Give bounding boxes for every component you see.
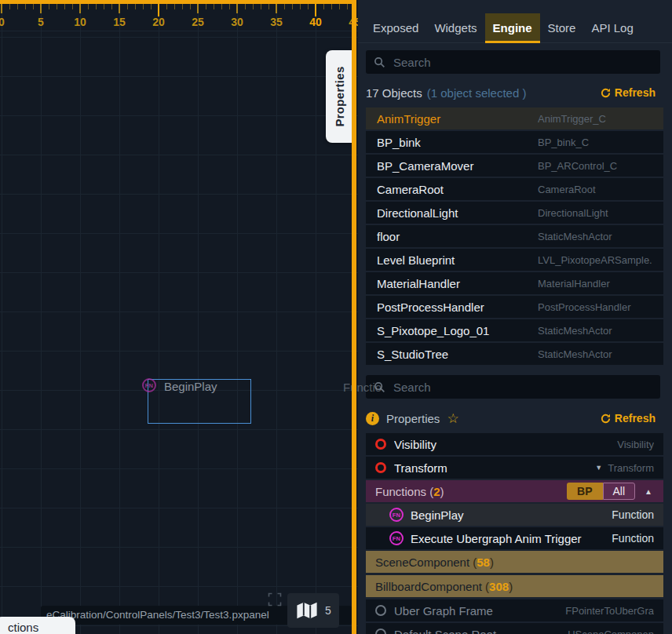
canvas-border-top xyxy=(0,0,356,4)
object-name: CameraRoot xyxy=(377,183,538,196)
function-type: Function xyxy=(612,508,654,521)
panel-path-text: eCalibration/ControlPanels/Test3/Test3.p… xyxy=(46,609,269,621)
red-ring-icon xyxy=(375,462,386,473)
ruler-number: 10 xyxy=(74,16,86,28)
map-icon xyxy=(295,601,319,620)
object-row[interactable]: S_Pixotope_Logo_01 StaticMeshActor xyxy=(366,319,663,341)
objects-search[interactable] xyxy=(366,50,660,74)
object-row[interactable]: AnimTrigger AnimTrigger_C xyxy=(366,107,663,129)
property-row[interactable]: Default Scene Root USceneComponen xyxy=(366,623,663,634)
object-type: BP_ARControl_C xyxy=(538,160,652,172)
graph-canvas[interactable]: 051015202530354045 Properties FN BeginPl… xyxy=(0,0,358,634)
refresh-icon xyxy=(601,414,611,424)
properties-search-input[interactable] xyxy=(392,380,652,395)
object-row[interactable]: PostProcessHandler PostProcessHandler xyxy=(366,296,663,318)
objects-search-input[interactable] xyxy=(392,55,652,70)
objects-selected-label: (1 object selected ) xyxy=(427,86,527,100)
canvas-grid xyxy=(0,0,358,634)
function-name: BeginPlay xyxy=(411,508,612,522)
refresh-icon xyxy=(601,88,611,98)
object-row[interactable]: BP_bink BP_bink_C xyxy=(366,131,663,153)
right-panel: ExposedWidgetsEngineStoreAPI Log 17 Obje… xyxy=(358,0,672,634)
properties-list: Visibility Visibility Transform ▼Transfo… xyxy=(366,433,663,634)
ruler-tick xyxy=(1,4,2,13)
property-type: FPointerToUberGra xyxy=(565,605,654,617)
object-name: Level Blueprint xyxy=(377,253,538,267)
collapse-icon[interactable]: ▲ xyxy=(645,487,652,496)
refresh-objects-button[interactable]: Refresh xyxy=(596,86,660,100)
ruler-number: 20 xyxy=(152,16,165,28)
beginplay-node-title[interactable]: BeginPlay xyxy=(164,380,217,393)
object-row[interactable]: BP_CameraMover BP_ARControl_C xyxy=(366,155,663,177)
function-row[interactable]: FN BeginPlay Function xyxy=(366,504,663,526)
ruler-tick xyxy=(197,4,199,13)
object-name: S_Pixotope_Logo_01 xyxy=(377,324,538,337)
gray-ring-icon xyxy=(375,629,386,634)
property-name: Visibility xyxy=(394,438,617,451)
minimap-button[interactable]: 5 xyxy=(287,593,339,628)
favorite-star-icon[interactable]: ☆ xyxy=(447,412,458,425)
functions-corner-tab-label: ctions xyxy=(8,621,38,634)
component-group-header[interactable]: SceneComponent (58) xyxy=(366,551,663,573)
panel-tabbar: ExposedWidgetsEngineStoreAPI Log xyxy=(358,0,672,43)
objects-list: AnimTrigger AnimTrigger_C BP_bink BP_bin… xyxy=(366,107,663,366)
object-name: floor xyxy=(377,230,538,243)
object-row[interactable]: CameraRoot CameraRoot xyxy=(366,178,663,200)
ruler-number: 35 xyxy=(270,16,283,28)
object-type: MaterialHandler xyxy=(538,278,652,290)
functions-group-header[interactable]: Functions (2) BP All ▲ xyxy=(366,480,663,502)
object-type: CameraRoot xyxy=(538,184,652,195)
objects-header: 17 Objects (1 object selected ) Refresh xyxy=(366,82,660,104)
tab-api-log[interactable]: API Log xyxy=(583,13,641,42)
property-row[interactable]: Uber Graph Frame FPointerToUberGra xyxy=(366,599,663,621)
ruler-number: 40 xyxy=(309,16,322,28)
object-type: LVL_PixotopeARSample.. xyxy=(538,254,652,266)
ruler-tick xyxy=(40,4,42,13)
tab-store[interactable]: Store xyxy=(540,13,584,42)
refresh-label: Refresh xyxy=(615,86,656,99)
functions-corner-tab[interactable]: ctions xyxy=(0,617,75,634)
search-icon xyxy=(374,56,385,68)
object-type: PostProcessHandler xyxy=(538,301,652,313)
property-name: Uber Graph Frame xyxy=(394,604,565,618)
tab-exposed[interactable]: Exposed xyxy=(365,13,426,42)
ruler-tick xyxy=(236,4,238,13)
object-row[interactable]: Level Blueprint LVL_PixotopeARSample.. xyxy=(366,249,663,271)
object-name: BP_CameraMover xyxy=(377,159,538,173)
object-name: MaterialHandler xyxy=(377,277,538,290)
chevron-down-icon[interactable]: ▼ xyxy=(595,464,602,472)
properties-side-tab-label: Properties xyxy=(332,66,345,126)
properties-side-tab[interactable]: Properties xyxy=(326,50,352,143)
tab-widgets[interactable]: Widgets xyxy=(426,13,484,42)
all-filter-button[interactable]: All xyxy=(603,483,636,500)
object-row[interactable]: MaterialHandler MaterialHandler xyxy=(366,272,663,294)
tab-engine[interactable]: Engine xyxy=(485,13,540,42)
ruler-number: 0 xyxy=(0,16,5,28)
object-name: DirectionalLight xyxy=(377,206,538,220)
object-name: S_StudioTree xyxy=(377,348,538,361)
properties-search[interactable] xyxy=(366,375,660,399)
property-row[interactable]: Transform ▼Transform xyxy=(366,457,663,479)
bp-filter-button[interactable]: BP xyxy=(567,483,602,500)
object-row[interactable]: floor StaticMeshActor xyxy=(366,225,663,247)
canvas-ruler: 051015202530354045 xyxy=(0,4,358,32)
property-name: Default Scene Root xyxy=(394,628,568,634)
refresh-label: Refresh xyxy=(615,412,656,424)
refresh-properties-button[interactable]: Refresh xyxy=(596,411,660,425)
property-row[interactable]: Visibility Visibility xyxy=(366,433,663,455)
component-group-header[interactable]: BillboardComponent (308) xyxy=(366,575,663,597)
info-icon[interactable]: i xyxy=(366,412,379,425)
ruler-number: 30 xyxy=(231,16,243,28)
ruler-tick xyxy=(315,4,316,16)
expand-icon[interactable] xyxy=(267,592,283,610)
object-row[interactable]: S_StudioTree StaticMeshActor xyxy=(366,343,663,365)
object-type: StaticMeshActor xyxy=(538,231,652,242)
object-name: AnimTrigger xyxy=(377,112,538,126)
object-name: BP_bink xyxy=(377,136,538,149)
gray-ring-icon xyxy=(375,605,386,616)
property-type: Visibility xyxy=(617,439,654,450)
object-row[interactable]: DirectionalLight DirectionalLight xyxy=(366,202,663,224)
ruler-number: 5 xyxy=(38,16,44,28)
function-row[interactable]: FN Execute Ubergraph Anim Trigger Functi… xyxy=(366,527,663,549)
fn-badge-icon: FN xyxy=(389,508,404,522)
